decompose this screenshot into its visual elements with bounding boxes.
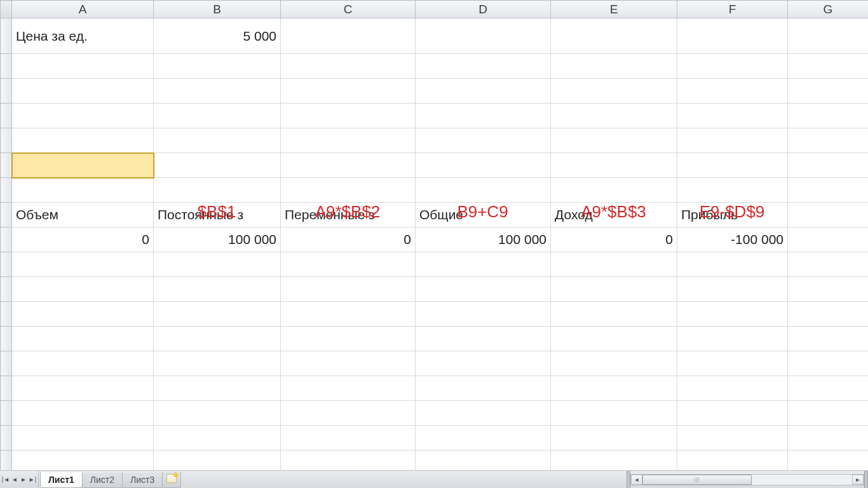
- cell-C15[interactable]: [281, 376, 416, 401]
- cell-G11[interactable]: [788, 277, 869, 302]
- cell-C12[interactable]: [281, 302, 416, 327]
- cell-D3[interactable]: [416, 79, 551, 104]
- cell-E3[interactable]: [551, 79, 677, 104]
- cell-B16[interactable]: [154, 401, 281, 426]
- cell-B10[interactable]: [154, 252, 281, 277]
- cell-C6[interactable]: [281, 153, 416, 178]
- cell-A11[interactable]: [12, 277, 154, 302]
- cell-E15[interactable]: [551, 376, 677, 401]
- cell-A12[interactable]: [12, 302, 154, 327]
- row-header-7[interactable]: [1, 178, 12, 203]
- cell-G13[interactable]: [788, 327, 869, 351]
- row-header-3[interactable]: [1, 79, 12, 104]
- cell-C1[interactable]: [281, 18, 416, 54]
- row-header-12[interactable]: [1, 302, 12, 327]
- cell-G9[interactable]: [788, 227, 869, 252]
- cell-E2[interactable]: [551, 54, 677, 79]
- cell-B4[interactable]: [154, 104, 281, 128]
- cell-G15[interactable]: [788, 376, 869, 401]
- cell-C14[interactable]: [281, 351, 416, 376]
- hscroll-left-button[interactable]: ◄: [631, 475, 642, 485]
- nav-next-button[interactable]: ►: [19, 473, 28, 487]
- cell-E14[interactable]: [551, 351, 677, 376]
- row-header-11[interactable]: [1, 277, 12, 302]
- column-header-E[interactable]: E: [551, 1, 677, 18]
- cell-A4[interactable]: [12, 104, 154, 128]
- cell-B14[interactable]: [154, 351, 281, 376]
- cell-G17[interactable]: [788, 426, 869, 451]
- row-header-9[interactable]: [1, 227, 12, 252]
- cell-B1[interactable]: 5 000: [154, 18, 281, 54]
- cell-E17[interactable]: [551, 426, 677, 451]
- cell-C10[interactable]: [281, 252, 416, 277]
- cell-G8[interactable]: [788, 203, 869, 227]
- cell-E10[interactable]: [551, 252, 677, 277]
- cell-B13[interactable]: [154, 327, 281, 351]
- cell-C7[interactable]: [281, 178, 416, 203]
- cell-B9[interactable]: 100 000: [154, 227, 281, 252]
- cell-G12[interactable]: [788, 302, 869, 327]
- cell-G5[interactable]: [788, 128, 869, 153]
- cell-F17[interactable]: [677, 426, 788, 451]
- cell-D16[interactable]: [416, 401, 551, 426]
- cell-E4[interactable]: [551, 104, 677, 128]
- nav-first-button[interactable]: |◄: [1, 473, 10, 487]
- cell-D10[interactable]: [416, 252, 551, 277]
- row-header-4[interactable]: [1, 104, 12, 128]
- cell-F6[interactable]: [677, 153, 788, 178]
- cell-A16[interactable]: [12, 401, 154, 426]
- cell-C3[interactable]: [281, 79, 416, 104]
- cell-C13[interactable]: [281, 327, 416, 351]
- cell-F2[interactable]: [677, 54, 788, 79]
- column-header-A[interactable]: A: [12, 1, 154, 18]
- cell-A14[interactable]: [12, 351, 154, 376]
- cell-E12[interactable]: [551, 302, 677, 327]
- cell-D15[interactable]: [416, 376, 551, 401]
- cell-E13[interactable]: [551, 327, 677, 351]
- cell-B15[interactable]: [154, 376, 281, 401]
- nav-last-button[interactable]: ►|: [28, 473, 37, 487]
- cell-D5[interactable]: [416, 128, 551, 153]
- cell-E11[interactable]: [551, 277, 677, 302]
- cell-C2[interactable]: [281, 54, 416, 79]
- cell-B17[interactable]: [154, 426, 281, 451]
- cell-G14[interactable]: [788, 351, 869, 376]
- cell-G10[interactable]: [788, 252, 869, 277]
- cell-E6[interactable]: [551, 153, 677, 178]
- row-header-17[interactable]: [1, 426, 12, 451]
- cell-D14[interactable]: [416, 351, 551, 376]
- cell-B11[interactable]: [154, 277, 281, 302]
- cell-G4[interactable]: [788, 104, 869, 128]
- cell-D1[interactable]: [416, 18, 551, 54]
- cell-F7[interactable]: [677, 178, 788, 203]
- cell-D17[interactable]: [416, 426, 551, 451]
- sheet-tab-1[interactable]: Лист1: [40, 472, 83, 488]
- cell-D11[interactable]: [416, 277, 551, 302]
- cell-F12[interactable]: [677, 302, 788, 327]
- cell-C11[interactable]: [281, 277, 416, 302]
- row-header-8[interactable]: [1, 203, 12, 227]
- hscroll-thumb[interactable]: [642, 475, 752, 485]
- row-header-6[interactable]: [1, 153, 12, 178]
- row-header-1[interactable]: [1, 18, 12, 54]
- horizontal-scrollbar[interactable]: ◄ ►: [630, 474, 864, 485]
- row-header-16[interactable]: [1, 401, 12, 426]
- cell-A7[interactable]: [12, 178, 154, 203]
- cell-E16[interactable]: [551, 401, 677, 426]
- column-header-C[interactable]: C: [281, 1, 416, 18]
- cell-G7[interactable]: [788, 178, 869, 203]
- cell-F1[interactable]: [677, 18, 788, 54]
- cell-D6[interactable]: [416, 153, 551, 178]
- cell-C5[interactable]: [281, 128, 416, 153]
- cell-D7[interactable]: [416, 178, 551, 203]
- column-header-B[interactable]: B: [154, 1, 281, 18]
- cell-F15[interactable]: [677, 376, 788, 401]
- cell-D13[interactable]: [416, 327, 551, 351]
- hsplit-handle[interactable]: [864, 471, 868, 488]
- cell-A10[interactable]: [12, 252, 154, 277]
- cell-A5[interactable]: [12, 128, 154, 153]
- cell-B6[interactable]: [154, 153, 281, 178]
- column-header-D[interactable]: D: [416, 1, 551, 18]
- cell-D4[interactable]: [416, 104, 551, 128]
- cell-A6[interactable]: [12, 153, 154, 178]
